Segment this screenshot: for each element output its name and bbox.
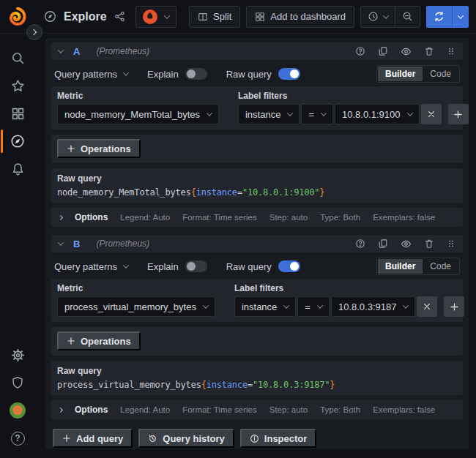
builder-mode-button[interactable]: Builder xyxy=(378,67,423,81)
remove-filter-button[interactable] xyxy=(421,104,442,124)
raw-query-toggle[interactable] xyxy=(278,260,300,272)
history-icon xyxy=(148,434,157,443)
add-operation-button[interactable]: Operations xyxy=(57,331,141,350)
drag-handle-icon[interactable] xyxy=(447,46,455,56)
filter-op-select[interactable]: = xyxy=(297,296,330,317)
remove-query-trash-icon[interactable] xyxy=(424,46,434,56)
grafana-logo[interactable] xyxy=(0,7,35,26)
sidebar-item-help[interactable]: ? xyxy=(0,424,35,452)
raw-query-title: Raw query xyxy=(57,173,457,184)
refresh-icon xyxy=(434,11,445,22)
metric-select[interactable]: process_virtual_memory_bytes xyxy=(57,296,215,317)
filter-key-select[interactable]: instance xyxy=(238,104,300,124)
duplicate-query-icon[interactable] xyxy=(378,239,388,249)
metric-select[interactable]: node_memory_MemTotal_bytes xyxy=(57,104,219,124)
raw-query-toggle[interactable] xyxy=(278,68,300,80)
step-option: Step: auto xyxy=(269,405,308,414)
user-avatar xyxy=(10,402,26,418)
split-button[interactable]: Split xyxy=(189,6,240,28)
duplicate-query-icon[interactable] xyxy=(378,46,388,56)
options-collapsed-row-a[interactable]: Options Legend: Auto Format: Time series… xyxy=(51,208,463,227)
zoom-out-icon xyxy=(402,11,413,22)
query-header-a[interactable]: A (Prometheus) xyxy=(51,42,463,60)
remove-query-trash-icon[interactable] xyxy=(424,239,434,249)
query-ref-id: A xyxy=(73,46,80,57)
sidebar-item-explore[interactable] xyxy=(0,127,35,155)
chevron-down-icon xyxy=(403,302,409,308)
query-datasource-label: (Prometheus) xyxy=(96,239,149,249)
add-to-dashboard-button[interactable]: Add to dashboard xyxy=(246,6,354,28)
zoom-out-time-button[interactable] xyxy=(395,7,420,27)
editor-mode-switch: Builder Code xyxy=(376,65,460,83)
chevron-right-icon xyxy=(58,407,63,412)
sidebar-item-dashboards[interactable] xyxy=(0,100,35,127)
label-filters-label: Label filters xyxy=(234,283,465,293)
chevron-down-icon xyxy=(203,302,209,308)
filter-key-select[interactable]: instance xyxy=(234,296,296,317)
explain-toggle[interactable] xyxy=(185,68,207,80)
time-range-group xyxy=(360,6,420,28)
type-option: Type: Both xyxy=(320,405,360,414)
help-icon: ? xyxy=(11,432,25,446)
sidebar-item-profile[interactable] xyxy=(0,397,35,424)
chevron-down-icon xyxy=(123,70,129,75)
hide-response-eye-icon[interactable] xyxy=(401,46,412,57)
sidebar-item-search[interactable] xyxy=(0,44,35,72)
hide-response-eye-icon[interactable] xyxy=(401,239,412,249)
exemplars-option: Exemplars: false xyxy=(373,405,435,414)
chevron-down-icon xyxy=(383,12,389,18)
chevron-down-icon xyxy=(283,302,289,308)
filter-op-select[interactable]: = xyxy=(301,104,333,124)
sidebar-item-alerting[interactable] xyxy=(0,155,35,183)
operations-box-a: Operations xyxy=(51,135,463,163)
page-title: Explore xyxy=(64,10,107,23)
options-collapsed-row-b[interactable]: Options Legend: Auto Format: Time series… xyxy=(51,400,463,419)
explain-toggle[interactable] xyxy=(185,260,207,272)
query-header-b[interactable]: B (Prometheus) xyxy=(51,235,463,252)
add-filter-button[interactable] xyxy=(444,296,464,317)
legend-option: Legend: Auto xyxy=(120,213,170,222)
sidebar-item-server-admin[interactable] xyxy=(0,369,35,397)
clock-icon xyxy=(368,11,379,22)
query-patterns-dropdown[interactable]: Query patterns xyxy=(54,261,128,272)
code-mode-button[interactable]: Code xyxy=(423,259,458,274)
datasource-picker[interactable] xyxy=(135,6,176,28)
query-toolbar-b: Query patterns Explain Raw query Builder… xyxy=(51,254,463,279)
raw-query-label: Raw query xyxy=(226,69,272,80)
refresh-interval-dropdown[interactable] xyxy=(452,6,469,28)
query-editor-row-a: A (Prometheus) Query patterns Explain Ra… xyxy=(51,42,463,227)
add-operation-button[interactable]: Operations xyxy=(57,139,141,158)
add-query-button[interactable]: Add query xyxy=(53,429,133,448)
query-history-button[interactable]: Query history xyxy=(138,429,234,448)
filter-value-select[interactable]: 10.8.0.1:9100 xyxy=(335,104,420,124)
time-range-picker[interactable] xyxy=(361,7,395,27)
expand-sidebar-button[interactable] xyxy=(26,24,42,40)
collapse-chevron-icon[interactable] xyxy=(58,239,64,245)
help-circle-icon[interactable] xyxy=(355,239,365,249)
drag-handle-icon[interactable] xyxy=(447,239,455,249)
dashboard-grid-icon xyxy=(255,12,265,22)
raw-query-code: node_memory_MemTotal_bytes{instance="10.… xyxy=(57,187,457,198)
chevron-down-icon xyxy=(163,12,169,18)
builder-mode-button[interactable]: Builder xyxy=(378,259,423,274)
run-query-button[interactable] xyxy=(426,6,452,28)
sidebar-item-configuration[interactable] xyxy=(0,341,35,369)
chevron-down-icon xyxy=(287,110,293,116)
code-mode-button[interactable]: Code xyxy=(423,67,458,81)
sidebar-item-starred[interactable] xyxy=(0,72,35,100)
share-icon[interactable] xyxy=(114,11,125,22)
metric-label: Metric xyxy=(57,91,219,101)
search-icon xyxy=(11,51,25,65)
help-circle-icon[interactable] xyxy=(355,46,365,56)
query-editor-row-b: B (Prometheus) Query patterns Explain Ra… xyxy=(51,235,463,419)
add-filter-button[interactable] xyxy=(448,104,469,124)
remove-filter-button[interactable] xyxy=(417,296,437,317)
explore-compass-icon xyxy=(44,10,56,23)
top-bar: Explore Split Add to dashboard xyxy=(0,0,476,34)
collapse-chevron-icon[interactable] xyxy=(58,47,64,53)
query-patterns-dropdown[interactable]: Query patterns xyxy=(54,69,128,80)
chevron-down-icon xyxy=(406,110,412,116)
inspector-button[interactable]: Inspector xyxy=(240,429,317,448)
format-option: Format: Time series xyxy=(182,405,257,414)
filter-value-select[interactable]: 10.8.0.3:9187 xyxy=(331,296,416,317)
